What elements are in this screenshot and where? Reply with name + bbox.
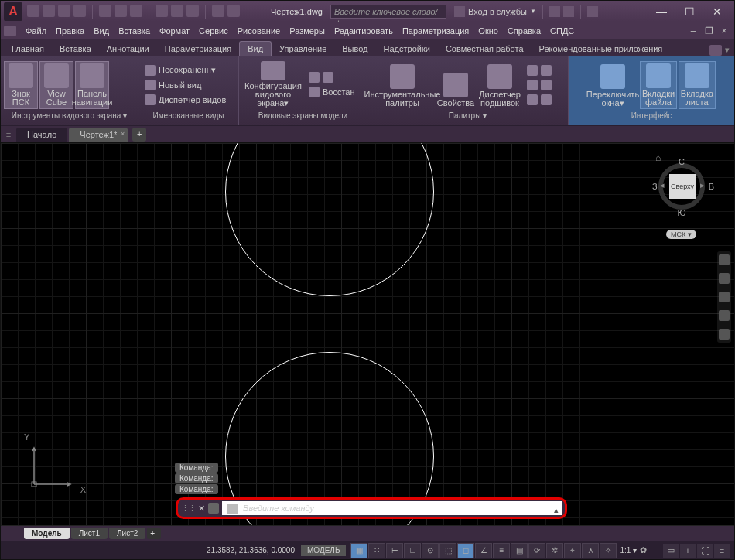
otrack-icon[interactable]: ∠: [475, 543, 492, 558]
ribtab-insert[interactable]: Вставка: [52, 42, 99, 56]
tab-home[interactable]: Начало: [16, 128, 67, 142]
close-tab-icon[interactable]: ×: [121, 130, 125, 138]
command-line[interactable]: ⋮⋮ ✕ Введите команду ▴: [176, 497, 567, 519]
menu-insert[interactable]: Вставка: [114, 25, 155, 37]
gizmo-icon[interactable]: ✧: [600, 543, 617, 558]
wrench-icon[interactable]: [208, 503, 219, 514]
pal-btn[interactable]: [524, 94, 555, 106]
arrow-right-icon[interactable]: ▸: [700, 180, 705, 190]
ribtab-output[interactable]: Вывод: [334, 42, 375, 56]
filter-icon[interactable]: ⋏: [582, 543, 599, 558]
ribbon-extra-icon[interactable]: [709, 45, 722, 56]
add-layout-button[interactable]: +: [147, 528, 161, 539]
ribtab-view[interactable]: Вид: [239, 41, 272, 56]
viewcube-button[interactable]: View Cube: [39, 61, 74, 109]
compass-e[interactable]: В: [709, 182, 714, 191]
ribtab-home[interactable]: Главная: [4, 42, 52, 56]
ribtab-addins[interactable]: Надстройки: [376, 42, 438, 56]
layout-tabs-button[interactable]: Вкладка листа: [679, 61, 716, 109]
grid-toggle-icon[interactable]: ▦: [350, 543, 368, 558]
tool-palettes-button[interactable]: Инструментальные палитры: [371, 61, 434, 109]
exchange-icon[interactable]: [549, 6, 560, 17]
close-button[interactable]: ✕: [703, 2, 731, 22]
viewcube-face[interactable]: Сверху: [669, 174, 696, 199]
join-button[interactable]: [306, 71, 358, 84]
lineweight-icon[interactable]: ≡: [493, 543, 510, 558]
unsaved-view-dropdown[interactable]: Несохраненн▾: [142, 64, 229, 77]
panel-title[interactable]: Инструменты видового экрана ▾: [4, 111, 135, 124]
plot-icon[interactable]: [99, 5, 111, 17]
restore-button[interactable]: Восстан: [306, 86, 358, 98]
app-menu-icon[interactable]: [4, 26, 16, 36]
ortho-icon[interactable]: ∟: [404, 543, 421, 558]
menu-spds[interactable]: СПДС: [545, 25, 579, 37]
ribtab-collab[interactable]: Совместная работа: [438, 42, 532, 56]
new-view-button[interactable]: Новый вид: [142, 79, 229, 91]
view-cube[interactable]: ⌂ С Ю З В Сверху ◂ ▸ МСК ▾: [651, 152, 713, 214]
cart-icon[interactable]: [563, 6, 574, 17]
showmotion-icon[interactable]: [719, 329, 730, 340]
viewport-config-button[interactable]: Конфигурация видового экрана▾: [242, 61, 304, 109]
command-input[interactable]: Введите команду ▴: [222, 501, 562, 515]
annotation-scale[interactable]: 1:1 ▾: [620, 546, 637, 555]
ribtab-featured[interactable]: Рекомендованные приложения: [532, 42, 671, 56]
navigation-bar[interactable]: [717, 251, 731, 343]
iso-icon[interactable]: ⬚: [439, 543, 456, 558]
dynucs-icon[interactable]: ⌖: [564, 543, 581, 558]
ribtab-parametric[interactable]: Параметризация: [157, 42, 239, 56]
grip-icon[interactable]: ⋮⋮: [181, 504, 195, 514]
properties-button[interactable]: Свойства: [436, 61, 476, 109]
menu-draw[interactable]: Рисование: [233, 25, 285, 37]
save-icon[interactable]: [58, 5, 70, 17]
arrow-left-icon[interactable]: ◂: [660, 180, 665, 190]
qat-dropdown-icon[interactable]: [227, 5, 240, 17]
file-tabs-button[interactable]: Вкладки файла: [640, 61, 677, 109]
qat-icon[interactable]: [156, 5, 168, 17]
home-icon[interactable]: ⌂: [655, 152, 661, 163]
cleanscreen-icon[interactable]: ⛶: [697, 544, 713, 558]
qat-icon[interactable]: [171, 5, 183, 17]
menu-parametric[interactable]: Параметризация: [398, 25, 473, 37]
coordinates[interactable]: 21.3582, 21.3636, 0.0000: [207, 546, 295, 555]
open-icon[interactable]: [43, 5, 55, 17]
snap-toggle-icon[interactable]: ∷: [368, 543, 385, 558]
menu-view[interactable]: Вид: [89, 25, 114, 37]
account-area[interactable]: Вход в службы ▼: [454, 5, 598, 19]
menu-edit[interactable]: Правка: [51, 25, 89, 37]
maximize-button[interactable]: ☐: [675, 2, 703, 22]
zoom-icon[interactable]: [719, 292, 730, 302]
ucs-indicator[interactable]: Y X: [24, 432, 86, 494]
osnap-icon[interactable]: ◻: [457, 543, 474, 558]
view-manager-button[interactable]: Диспетчер видов: [142, 94, 229, 106]
saveas-icon[interactable]: [74, 5, 86, 17]
panel-title[interactable]: Палитры ▾: [371, 111, 565, 124]
doctabs-menu-icon[interactable]: ≡: [1, 130, 16, 139]
mdi-minimize[interactable]: –: [686, 26, 700, 36]
gear-icon[interactable]: ✿: [640, 545, 647, 555]
minimize-button[interactable]: —: [648, 2, 675, 22]
ribtab-manage[interactable]: Управление: [272, 42, 334, 56]
fullnav-icon[interactable]: [719, 254, 730, 265]
tab-model[interactable]: Модель: [24, 528, 70, 539]
workspace-icon[interactable]: ▭: [663, 544, 679, 558]
chevron-down-icon[interactable]: ▾: [725, 45, 730, 56]
navbar-button[interactable]: Панель навигации: [75, 61, 109, 109]
transparency-icon[interactable]: ▤: [511, 543, 528, 558]
qat-icon[interactable]: [212, 5, 224, 17]
tab-layout2[interactable]: Лист2: [109, 528, 145, 539]
menu-help[interactable]: Справка: [503, 25, 545, 37]
cycling-icon[interactable]: ⟳: [528, 543, 545, 558]
wcs-badge[interactable]: МСК ▾: [666, 230, 696, 239]
menu-modify[interactable]: Редактировать: [330, 25, 398, 37]
new-icon[interactable]: [27, 5, 39, 17]
app-logo[interactable]: A: [4, 2, 22, 21]
compass-n[interactable]: С: [679, 157, 685, 166]
infer-icon[interactable]: ⊢: [386, 543, 403, 558]
compass-w[interactable]: З: [652, 182, 658, 191]
menu-window[interactable]: Окно: [473, 25, 503, 37]
menu-format[interactable]: Формат: [155, 25, 194, 37]
redo-icon[interactable]: [130, 5, 142, 17]
tab-drawing1[interactable]: Чертеж1*×: [69, 128, 128, 142]
drawing-canvas[interactable]: Y X ⌂ С Ю З В Сверху ◂ ▸ МСК ▾ Команда: …: [1, 143, 734, 525]
space-toggle[interactable]: МОДЕЛЬ: [301, 545, 346, 556]
